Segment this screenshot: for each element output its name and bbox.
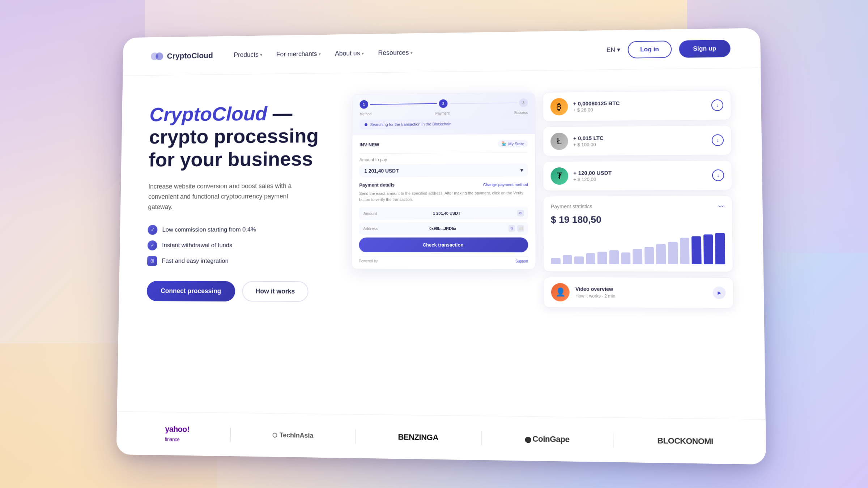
details-text: Send the exact amount to the specified a… [359,190,528,202]
chart-bar [586,253,595,264]
store-badge: 🏪 My Store [498,140,528,148]
logo-text: CryptoCloud [167,51,213,61]
chevron-down-icon: ▾ [362,51,364,56]
footer-support[interactable]: Support [515,259,528,263]
video-subtitle: How it works · 2 min [575,294,707,299]
step-labels: Method Payment Success [359,111,528,116]
hero-title: CryptoCloud — crypto processing for your… [149,102,331,171]
amount-field-value: 1 201,40 USDT [433,211,460,215]
payment-details-section: Payment details Change payment method Se… [359,181,528,202]
feature-integration: ⊞ Fast and easy integration [147,256,330,266]
chart-bar [574,256,584,264]
logo-icon [150,51,164,61]
btc-info: + 0,00080125 BTC + $ 28,00 [573,99,706,113]
payment-card-header: 1 2 3 Method Payment Success Searching f… [352,93,535,135]
usdt-icon: ₮ [550,167,568,185]
ltc-icon: Ł [550,133,568,150]
ltc-download-icon[interactable]: ↓ [712,134,724,146]
details-header: Payment details Change payment method [359,181,528,188]
how-it-works-button[interactable]: How it works [242,281,308,301]
step-label-success: Success [514,111,528,115]
payment-body: INV-NEW 🏪 My Store Amount to pay 1 201,4… [352,134,536,269]
copy-icons: ⧉ [517,210,524,217]
btc-usd: + $ 28,00 [573,106,706,113]
qr-icon[interactable]: ⬜ [517,225,524,232]
amount-section: Amount to pay 1 201,40 USDT ▾ [359,157,528,177]
trend-icon: 〰 [718,203,724,211]
chart-bar [633,249,642,264]
chart-bar [692,236,701,264]
stats-header: Payment statistics 〰 [551,203,725,211]
amount-address-row: Amount 1 201,40 USDT ⧉ [359,207,528,220]
invoice-row: INV-NEW 🏪 My Store [359,140,528,149]
usdt-usd: + $ 120,00 [573,176,707,182]
nav-item-products[interactable]: Products ▾ [234,51,262,59]
address-row: Address 0x98b...JRD5a ⧉ ⬜ [359,222,528,235]
dropdown-icon: ▾ [520,167,523,173]
chart-bar [597,252,607,264]
chevron-down-icon: ▾ [410,50,413,55]
chart-bar [703,235,714,264]
address-field-value: 0x98b...JRD5a [429,226,456,231]
nav-item-resources[interactable]: Resources ▾ [378,49,413,57]
searching-bar: Searching for the transaction in the Blo… [359,118,528,130]
chart-bar [644,247,654,264]
change-method-link[interactable]: Change payment method [483,182,528,187]
hero-left: CryptoCloud — crypto processing for your… [146,94,331,301]
bar-chart [551,231,725,264]
step-line-2 [450,103,517,104]
copy-icons: ⧉ ⬜ [509,225,524,232]
check-icon: ✓ [148,240,157,250]
features-list: ✓ Low commission starting from 0.4% ✓ In… [147,224,330,266]
chart-bar [656,244,666,264]
copy-icon-1[interactable]: ⧉ [509,225,515,232]
brand-coingape: ⬤ CoinGape [524,434,569,444]
ltc-transaction-card: Ł + 0,015 LTC + $ 100,00 ↓ [543,125,732,156]
video-info: Video overview How it works · 2 min [575,286,707,299]
chart-bar [668,242,678,264]
language-selector[interactable]: EN ▾ [607,46,620,53]
hero-brand: CryptoCloud [149,102,267,125]
chart-bar [715,233,725,264]
brand-divider-3 [481,431,481,446]
btc-download-icon[interactable]: ↓ [711,99,723,111]
usdt-amount: + 120,00 USDT [573,169,707,176]
payment-steps: 1 2 3 [359,98,528,108]
usdt-download-icon[interactable]: ↓ [712,170,724,181]
feature-text-2: Instant withdrawal of funds [162,242,232,249]
video-card: 👤 Video overview How it works · 2 min ▶ [543,277,733,308]
hero-buttons: Connect processing How it works [146,281,329,302]
chevron-down-icon: ▾ [319,51,321,56]
video-title: Video overview [575,286,707,292]
brand-techinasia: ⬡ TechInAsia [272,431,313,440]
ltc-info: + 0,015 LTC + $ 100,00 [573,134,707,147]
nav-item-merchants[interactable]: For merchants ▾ [276,50,321,58]
step-label-payment: Payment [435,111,450,115]
address-field-label: Address [363,226,378,231]
check-transaction-button[interactable]: Check transaction [359,237,528,252]
connect-processing-button[interactable]: Connect processing [146,281,235,301]
searching-dot [365,123,367,126]
nav-links: Products ▾ For merchants ▾ About us ▾ Re… [234,46,607,59]
login-button[interactable]: Log in [627,40,672,59]
grid-icon: ⊞ [147,256,157,266]
btc-amount: + 0,00080125 BTC [573,99,706,107]
copy-icon[interactable]: ⧉ [517,210,524,217]
play-button[interactable]: ▶ [713,286,726,299]
ltc-usd: + $ 100,00 [573,141,707,147]
brand-yahoo: yahoo!finance [165,424,190,444]
hero-subtitle: Increase website conversion and boost sa… [148,181,298,212]
chart-bar [609,250,619,264]
stats-value: $ 19 180,50 [551,214,725,225]
brand-divider-4 [613,432,613,447]
searching-text: Searching for the transaction in the Blo… [370,122,452,127]
details-title: Payment details [359,182,395,188]
feature-withdrawal: ✓ Instant withdrawal of funds [148,240,330,251]
feature-commission: ✓ Low commission starting from 0.4% [148,224,330,235]
nav-item-about[interactable]: About us ▾ [335,50,364,57]
step-success: 3 [519,98,528,107]
signup-button[interactable]: Sign up [679,39,731,57]
video-avatar: 👤 [551,283,570,301]
logo[interactable]: CryptoCloud [150,51,213,61]
store-icon: 🏪 [501,141,506,146]
